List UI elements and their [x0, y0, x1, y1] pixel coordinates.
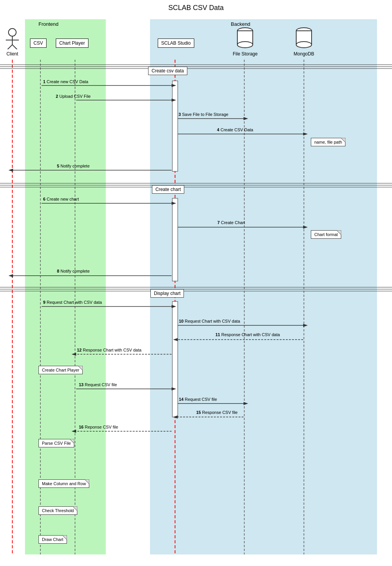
fragment-create-chart: Create chart [152, 185, 184, 194]
msg7-label: 7 Create Chart [217, 220, 245, 225]
msg4-label: 4 Create CSV Data [217, 127, 253, 132]
svg-marker-27 [8, 169, 13, 172]
file-storage-label: File Storage [233, 51, 258, 57]
svg-point-57 [237, 42, 253, 48]
msg3-label: 3 Save File to File Storage [178, 112, 229, 117]
svg-line-53 [7, 45, 12, 49]
svg-point-50 [8, 28, 16, 36]
fragment-display-chart: Display chart [150, 289, 184, 298]
client-label: Client [4, 51, 21, 57]
msg9-label: 9 Request Chart with CSV data [43, 300, 102, 305]
svg-marker-66 [73, 506, 77, 511]
note-name-filepath: name, file path [311, 138, 345, 146]
svg-marker-33 [8, 274, 13, 277]
mongodb-label: MongoDB [292, 51, 315, 57]
msg11-label: 11 Response Chart with CSV data [215, 332, 280, 337]
csv-actor: CSV [30, 39, 47, 48]
msg2-label: 2 Upload CSV File [56, 94, 91, 99]
svg-point-60 [296, 42, 312, 48]
svg-marker-63 [78, 366, 83, 370]
note-chart-format: Chart format [311, 230, 341, 239]
fragment-create-csv: Create csv data [148, 67, 187, 75]
diagram-title: SCLAB CSV Data [0, 4, 392, 12]
create-chart-player-box: Create Chart Player [38, 366, 83, 374]
check-threshold-box: Check Threshold [38, 506, 77, 515]
msg1-label: 1 Create new CSV Data [43, 79, 88, 84]
svg-marker-67 [62, 535, 67, 540]
msg6-label: 6 Create new chart [43, 197, 79, 201]
lane-frontend [25, 19, 106, 554]
svg-marker-61 [341, 138, 345, 142]
msg15-label: 15 Response CSV file [196, 410, 238, 415]
msg8-label: 8 Notify complete [57, 269, 90, 273]
mongodb-actor: MongoDB [292, 26, 315, 57]
msg12-label: 12 Response Chart with CSV data [77, 348, 142, 352]
msg13-label: 13 Request CSV file [79, 382, 117, 387]
msg10-label: 10 Request Chart with CSV data [179, 319, 240, 323]
parse-csv-box: Parse CSV File [38, 439, 74, 447]
svg-marker-62 [337, 230, 341, 235]
make-col-row-box: Make Column and Row [38, 479, 89, 488]
chart-player-actor: Chart Player [56, 39, 88, 48]
client-actor: Client [4, 26, 21, 57]
msg5-label: 5 Notify complete [57, 164, 90, 168]
frontend-label: Frontend [38, 21, 58, 27]
svg-marker-65 [85, 479, 89, 484]
draw-chart-box: Draw Chart [38, 535, 67, 544]
msg14-label: 14 Request CSV file [179, 397, 217, 402]
msg16-label: 16 Reponse CSV file [79, 425, 118, 429]
lane-backend [150, 19, 377, 554]
svg-marker-64 [70, 439, 74, 444]
sclab-studio-actor: SCLAB Studio [158, 39, 194, 48]
file-storage-actor: File Storage [233, 26, 258, 57]
svg-line-54 [12, 45, 18, 49]
